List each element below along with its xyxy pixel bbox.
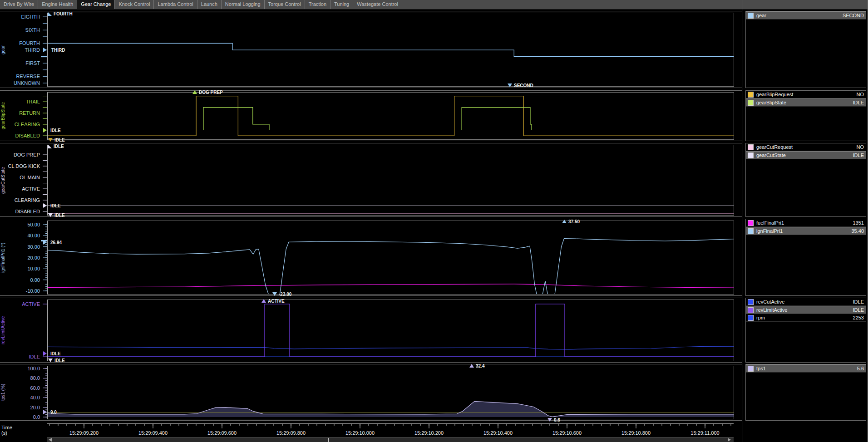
rev-limit-trace-layer [48, 300, 734, 361]
tab-normal-logging[interactable]: Normal Logging [222, 0, 265, 9]
tab-tuning[interactable]: Tuning [330, 0, 353, 9]
max-marker-icon [192, 90, 197, 94]
channel-value: 5.6 [857, 366, 864, 371]
y-tick-label: 60.0 [0, 385, 40, 391]
channel-name: revCutActive [756, 299, 853, 304]
legend-row[interactable]: rpm 2253 [746, 314, 866, 322]
time-tick-label: 15:29:10.000 [337, 430, 383, 436]
scroll-right-icon[interactable] [728, 438, 731, 442]
channel-value: SECOND [843, 13, 864, 18]
ign-final-trace-layer [48, 221, 734, 294]
y-tick-label: -10.00 [0, 288, 40, 294]
y-tick-label: 30.00 [0, 244, 40, 250]
channel-name: gearBlipRequest [756, 92, 857, 97]
min-marker: IDLE [48, 212, 65, 218]
tab-launch[interactable]: Launch [197, 0, 222, 9]
gear-blip-state-trace [48, 108, 734, 130]
legend-row[interactable]: gearBlipState IDLE [746, 98, 866, 107]
time-tick-label: 15:29:10.400 [475, 430, 521, 436]
gear-cut-trace-layer [48, 145, 734, 215]
time-tick-label: 15:29:09.400 [130, 430, 176, 436]
gear-trace [48, 43, 734, 56]
min-marker-icon [272, 292, 277, 296]
legend-row[interactable]: gearCutRequest NO [746, 143, 866, 151]
tab-knock-control[interactable]: Knock Control [115, 0, 154, 9]
max-marker-icon [261, 299, 266, 303]
y-tick-label: TRAIL [0, 98, 40, 105]
tab-wastegate-control[interactable]: Wastegate Control [353, 0, 402, 9]
max-marker: FOURTH [48, 11, 73, 16]
cursor-marker: 26.94 [43, 240, 62, 245]
legend-gear-cut: gearCutRequest NO gearCutState IDLE [745, 143, 866, 217]
cursor-marker-icon [43, 410, 47, 414]
time-tick-label: 15:29:09.600 [199, 430, 245, 436]
legend-row[interactable]: gear SECOND [746, 11, 866, 20]
channel-name: fuelFinalPri1 [756, 220, 853, 226]
y-tick-label: CL DOG KICK [0, 163, 40, 169]
legend-row[interactable]: fuelFinalPri1 1351 [746, 219, 866, 227]
y-tick-label: 10.00 [0, 265, 40, 272]
y-tick-label: DOG PREP [0, 152, 40, 158]
min-marker: IDLE [48, 358, 65, 363]
ign-final-trace [48, 239, 734, 294]
channel-value: 1351 [853, 220, 864, 226]
max-marker: 37.50 [562, 219, 580, 224]
channel-name: gearCutState [756, 152, 853, 158]
window-right-edge [867, 0, 868, 442]
legend-row[interactable]: ignFinalPri1 35.40 [746, 227, 866, 235]
y-tick-label: 40.00 [0, 232, 40, 239]
legend-row[interactable]: revLimitActive IDLE [746, 306, 866, 314]
legend-swatch [748, 299, 754, 305]
min-marker: SECOND [508, 83, 533, 88]
rpm-trace [48, 347, 734, 349]
scrollbar-position-marker[interactable] [328, 438, 329, 442]
y-tick-label: 50.00 [0, 221, 40, 228]
channel-value: IDLE [853, 299, 864, 304]
legend-rev-limit: revCutActive IDLE revLimitActive IDLE rp… [745, 298, 866, 363]
legend-row[interactable]: revCutActive IDLE [746, 298, 866, 306]
channel-name: rpm [756, 315, 853, 320]
tab-lambda-control[interactable]: Lambda Control [154, 0, 197, 9]
max-marker: DOG PREP [192, 89, 223, 95]
tab-torque-control[interactable]: Torque Control [265, 0, 305, 9]
legend-swatch [748, 152, 754, 158]
min-marker-icon [508, 83, 512, 87]
tab-engine-health[interactable]: Engine Health [38, 0, 77, 9]
y-tick-label: ACTIVE [0, 301, 40, 307]
channel-name: tps1 [756, 366, 857, 371]
tab-traction[interactable]: Traction [305, 0, 330, 9]
y-tick-label: SIXTH [0, 27, 40, 33]
y-tick-label: CLEARING [0, 197, 40, 203]
y-tick-label: DISABLED [0, 133, 40, 139]
legend-gear: gear SECOND [745, 11, 866, 88]
y-tick-label: 20.0 [0, 404, 40, 411]
channel-value: 35.40 [851, 228, 864, 234]
time-scrollbar[interactable] [47, 437, 734, 442]
cursor-marker-icon [43, 240, 47, 245]
channel-value: IDLE [853, 100, 864, 105]
cursor-marker: 9.0 [43, 409, 57, 415]
scroll-left-icon[interactable] [49, 438, 52, 442]
y-tick-label: 40.0 [0, 394, 40, 401]
legend-row[interactable]: tps1 5.6 [746, 364, 866, 373]
y-tick-label: REVERSE [0, 73, 40, 79]
y-tick-label: FOURTH [0, 40, 40, 46]
y-tick-label: IDLE [0, 354, 40, 360]
legend-row[interactable]: gearCutState IDLE [746, 151, 866, 159]
tab-drive-by-wire[interactable]: Drive By Wire [0, 0, 38, 9]
legend-row[interactable]: gearBlipRequest NO [746, 91, 866, 98]
y-tick-label: EIGHTH [0, 14, 40, 20]
channel-name: revLimitActive [756, 307, 853, 313]
legend-swatch [748, 315, 754, 321]
legend-swatch [748, 220, 754, 226]
y-tick-label: CLEARING [0, 121, 40, 128]
fuel-final-trace [48, 284, 734, 288]
min-marker-icon [48, 359, 53, 362]
min-marker-icon [48, 213, 53, 217]
tab-gear-change[interactable]: Gear Change [77, 0, 115, 9]
tps-area-fill [48, 401, 734, 417]
max-marker: 32.4 [469, 363, 484, 368]
legend-gear-blip: gearBlipRequest NO gearBlipState IDLE [745, 90, 866, 141]
y-tick-label: 20.00 [0, 255, 40, 261]
app-window: Drive By Wire Engine Health Gear Change … [0, 0, 868, 442]
